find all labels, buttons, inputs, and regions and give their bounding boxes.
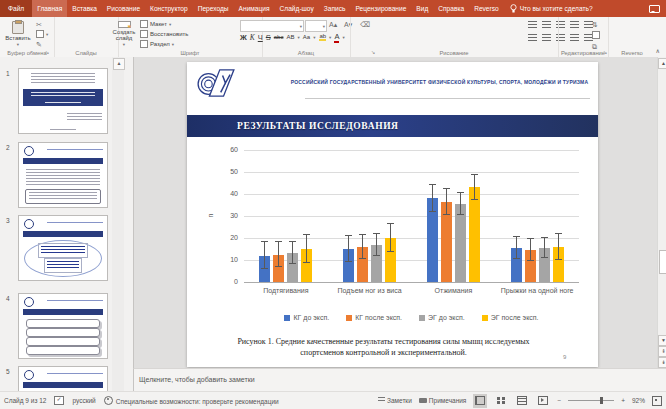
chart-group: [495, 150, 579, 282]
language-indicator[interactable]: русский: [72, 397, 95, 404]
italic-button[interactable]: К: [250, 33, 255, 42]
fit-to-window-icon[interactable]: [652, 396, 662, 406]
bar[interactable]: [553, 150, 564, 282]
legend-item[interactable]: КГ до эксп.: [284, 314, 329, 321]
error-cap: [303, 234, 310, 235]
tell-me-box[interactable]: Что вы хотите сделать?: [510, 0, 593, 17]
error-bar: [530, 239, 531, 261]
scrollbar-thumb[interactable]: [659, 250, 666, 274]
error-cap: [345, 261, 352, 262]
legend-item[interactable]: КГ после эксп.: [346, 314, 402, 321]
tab-Reverso[interactable]: Reverso: [469, 0, 504, 17]
x-category-label: Прыжки на одной ноге: [495, 287, 579, 295]
notes-panel[interactable]: Щелкните, чтобы добавить заметки: [133, 368, 666, 392]
bar[interactable]: [343, 150, 354, 282]
slideshow-view-button[interactable]: [536, 394, 550, 408]
spellcheck-icon[interactable]: [54, 396, 64, 405]
tab-Главная[interactable]: Главная: [32, 0, 67, 17]
bar[interactable]: [511, 150, 522, 282]
accessibility-icon: [104, 396, 113, 405]
slideshow-icon: [538, 396, 548, 405]
zoom-slider[interactable]: [568, 400, 614, 401]
slide-thumbnail[interactable]: [18, 366, 108, 391]
previous-slide-icon[interactable]: ⇞: [658, 346, 666, 357]
error-bar: [376, 234, 377, 256]
tab-Справка[interactable]: Справка: [433, 0, 469, 17]
tab-Переходы[interactable]: Переходы: [193, 0, 234, 17]
comments-icon[interactable]: [649, 5, 660, 13]
cut-button[interactable]: ✂: [36, 20, 42, 28]
tab-Вставка[interactable]: Вставка: [67, 0, 102, 17]
chart-group: [412, 150, 496, 282]
bar[interactable]: [469, 150, 480, 282]
tab-Файл[interactable]: Файл: [0, 0, 32, 17]
bar[interactable]: [301, 150, 312, 282]
tab-Вид[interactable]: Вид: [411, 0, 433, 17]
chart-area[interactable]: 0102030405060nПодтягиванияПодъем ног из …: [187, 62, 598, 367]
legend-item[interactable]: ЭГ до эксп.: [419, 314, 465, 321]
bold-button[interactable]: Ж: [240, 33, 247, 42]
bar[interactable]: [539, 150, 550, 282]
slide-page-number: 9: [563, 354, 566, 360]
tab-Рисование[interactable]: Рисование: [102, 0, 145, 17]
normal-view-button[interactable]: [473, 394, 487, 408]
notes-icon: [378, 397, 385, 403]
tab-Рецензирование[interactable]: Рецензирование: [350, 0, 411, 17]
zoom-in-button[interactable]: +: [621, 397, 625, 404]
accessibility-status[interactable]: Специальные возможности: проверьте реком…: [104, 396, 279, 405]
status-bar: Слайд 9 из 12 русский Специальные возмож…: [0, 391, 666, 409]
error-bar: [432, 185, 433, 211]
error-cap: [471, 174, 478, 175]
thumbnail-scrollbar[interactable]: ▲: [112, 57, 124, 391]
figure-caption[interactable]: Рисунок 1. Средние качественные результа…: [193, 336, 574, 358]
slide-thumbnail[interactable]: [18, 215, 108, 281]
slide-canvas[interactable]: РОССИЙСКИЙ ГОСУДАРСТВЕННЫЙ УНИВЕРСИТЕТ Ф…: [187, 62, 598, 367]
zoom-out-button[interactable]: −: [557, 397, 561, 404]
zoom-level[interactable]: 92%: [632, 397, 645, 404]
error-cap: [457, 192, 464, 193]
collapse-ribbon-icon[interactable]: ∧: [656, 47, 660, 54]
bar[interactable]: [427, 150, 438, 282]
paste-button[interactable]: Вставить▾: [3, 19, 33, 48]
slide-thumbnail[interactable]: [18, 68, 108, 134]
bar[interactable]: [441, 150, 452, 282]
copy-button[interactable]: ▾: [36, 30, 48, 38]
error-bar: [306, 235, 307, 264]
error-cap: [541, 257, 548, 258]
legend-item[interactable]: ЭГ после эксп.: [482, 314, 539, 321]
editor-scrollbar[interactable]: ▲ ▼ ⇞ ⇟: [657, 57, 666, 368]
legend-swatch: [482, 315, 488, 321]
scroll-down-icon[interactable]: ▼: [658, 335, 666, 346]
tab-Запись[interactable]: Запись: [319, 0, 351, 17]
legend-label: ЭГ после эксп.: [491, 314, 539, 321]
tab-Анимация[interactable]: Анимация: [234, 0, 275, 17]
error-cap: [443, 214, 450, 215]
bar[interactable]: [455, 150, 466, 282]
lightbulb-icon: [510, 4, 517, 14]
format-painter-button[interactable]: ✎: [36, 40, 42, 48]
bar[interactable]: [525, 150, 536, 282]
bar[interactable]: [273, 150, 284, 282]
error-cap: [555, 233, 562, 234]
notes-toggle-button[interactable]: Заметки: [378, 397, 412, 404]
bar[interactable]: [259, 150, 270, 282]
comments-toggle-button[interactable]: Примечания: [419, 397, 467, 404]
tab-Конструктор[interactable]: Конструктор: [145, 0, 193, 17]
bar[interactable]: [357, 150, 368, 282]
bar[interactable]: [385, 150, 396, 282]
slide-thumbnail[interactable]: [18, 142, 108, 208]
scroll-up-icon[interactable]: ▲: [113, 58, 125, 70]
y-tick-label: 40: [218, 190, 238, 197]
slide-thumbnail[interactable]: [18, 293, 108, 359]
error-bar: [474, 175, 475, 199]
zoom-slider-knob[interactable]: [600, 397, 603, 404]
slide-sorter-view-button[interactable]: [494, 394, 508, 408]
bar[interactable]: [371, 150, 382, 282]
bar[interactable]: [287, 150, 298, 282]
next-slide-icon[interactable]: ⇟: [658, 357, 666, 368]
y-tick-label: 60: [218, 146, 238, 153]
scroll-up-icon[interactable]: ▲: [658, 58, 666, 69]
slide-thumbnail-panel: 12345 ▲: [0, 57, 133, 391]
tab-Слайд-шоу[interactable]: Слайд-шоу: [275, 0, 319, 17]
reading-view-button[interactable]: [515, 394, 529, 408]
